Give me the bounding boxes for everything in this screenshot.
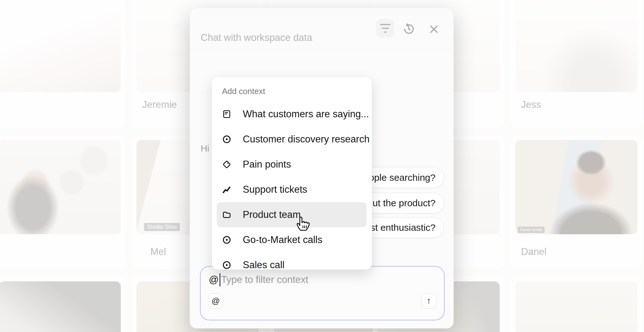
filter-lines-icon bbox=[384, 31, 387, 33]
suggestion-chip-label: st enthusiastic? bbox=[370, 222, 436, 233]
suggestion-chip-label: ut the product? bbox=[373, 198, 436, 208]
assistant-greeting: Hi bbox=[201, 143, 209, 154]
chat-input-placeholder: Type to filter context bbox=[221, 274, 308, 285]
typed-mention-char: @ bbox=[209, 274, 219, 285]
filter-lines-icon bbox=[382, 28, 389, 29]
suggestion-chip-label: ople searching? bbox=[369, 172, 436, 183]
record-icon bbox=[222, 135, 231, 144]
menu-item-label: Sales call bbox=[243, 259, 285, 270]
trend-icon bbox=[222, 185, 231, 194]
close-icon bbox=[429, 24, 439, 34]
filter-button[interactable] bbox=[376, 19, 394, 37]
text-caret bbox=[219, 273, 220, 286]
chat-composer[interactable]: @ Type to filter context @ ↑ bbox=[200, 266, 445, 320]
at-icon: @ bbox=[212, 296, 220, 306]
folder-icon bbox=[222, 210, 231, 219]
record-icon bbox=[222, 235, 231, 245]
menu-item-what-customers-are-saying[interactable]: What customers are saying... bbox=[217, 102, 367, 127]
menu-item-go-to-market-calls[interactable]: Go-to-Market calls bbox=[217, 227, 367, 252]
close-button[interactable] bbox=[427, 22, 441, 36]
tag-icon bbox=[222, 160, 231, 169]
dropdown-items: What customers are saying... Customer di… bbox=[212, 102, 372, 270]
dropdown-label: Add context bbox=[222, 86, 265, 96]
chat-input[interactable]: @ Type to filter context bbox=[209, 273, 308, 287]
header-divider bbox=[190, 49, 453, 49]
menu-item-label: What customers are saying... bbox=[243, 108, 369, 120]
hand-cursor bbox=[294, 214, 311, 232]
menu-item-support-tickets[interactable]: Support tickets bbox=[217, 177, 367, 202]
add-context-dropdown: Add context What customers are saying... bbox=[212, 77, 372, 270]
mention-button[interactable]: @ bbox=[208, 293, 223, 308]
history-button[interactable] bbox=[402, 22, 416, 36]
arrow-up-icon: ↑ bbox=[427, 296, 431, 306]
menu-item-label: Support tickets bbox=[243, 184, 307, 195]
history-icon bbox=[402, 23, 415, 36]
modal-title: Chat with workspace data bbox=[201, 32, 312, 43]
menu-item-label: Pain points bbox=[243, 159, 291, 170]
send-button[interactable]: ↑ bbox=[421, 293, 436, 308]
menu-item-sales-call[interactable]: Sales call bbox=[217, 252, 367, 270]
menu-item-label: Go-to-Market calls bbox=[243, 234, 322, 246]
menu-item-customer-discovery-research[interactable]: Customer discovery research bbox=[217, 127, 367, 152]
document-icon bbox=[222, 109, 231, 119]
menu-item-pain-points[interactable]: Pain points bbox=[217, 152, 367, 177]
menu-item-label: Product team bbox=[243, 209, 301, 220]
record-icon bbox=[222, 260, 231, 270]
menu-item-label: Customer discovery research bbox=[243, 134, 369, 145]
screen: Jeremie Jess Shelby Sims Mel Danel Smith… bbox=[0, 0, 644, 332]
menu-item-product-team[interactable]: Product team bbox=[217, 202, 367, 227]
filter-lines-icon bbox=[380, 24, 391, 25]
